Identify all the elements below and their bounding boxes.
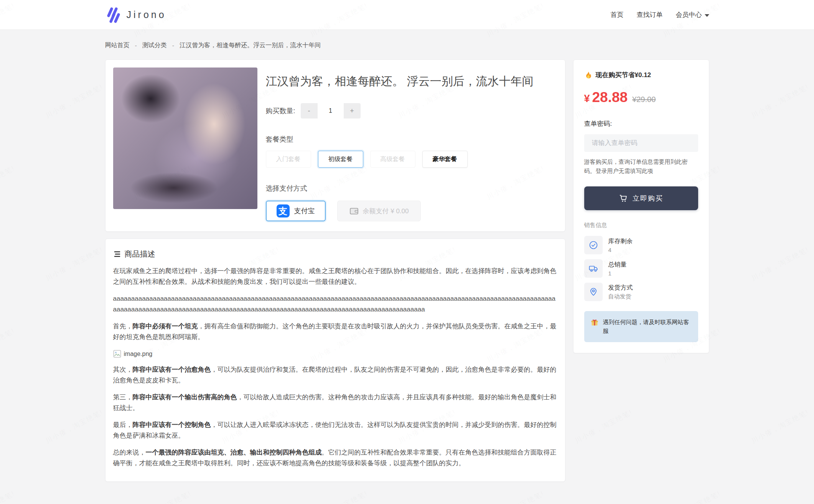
stat-delivery: 发货方式 自动发货 [584, 283, 698, 301]
check-circle-icon [584, 236, 603, 254]
order-password-note: 游客购买后，查询订单信息需要用到此密码。登录用户无需填写此项 [584, 157, 698, 176]
description-title: 商品描述 [125, 249, 155, 259]
price-original: ¥29.00 [632, 95, 656, 104]
sales-info-title: 销售信息 [584, 222, 698, 229]
nav-item-find-order[interactable]: 查找订单 [637, 10, 663, 19]
wallet-icon [349, 206, 359, 216]
product-image [113, 68, 257, 209]
package-option-advanced[interactable]: 高级套餐 [370, 151, 415, 168]
breadcrumb-home[interactable]: 网站首页 [105, 41, 130, 49]
brand-icon [105, 7, 122, 23]
description-paragraph: 最后，阵容中应该有一个控制角色，可以让敌人进入眩晕或冰冻状态，使他们无法攻击。这… [113, 420, 557, 441]
support-notice-text: 遇到任何问题，请及时联系网站客服 [603, 318, 692, 336]
nav-member-label: 会员中心 [676, 10, 702, 19]
nav-links: 首页 查找订单 会员中心 [611, 10, 709, 19]
order-password-input[interactable] [584, 134, 698, 152]
support-notice: 遇到任何问题，请及时联系网站客服 [584, 311, 698, 342]
stat-label: 总销量 [608, 261, 627, 269]
price-row: ¥ 28.88 ¥29.00 [584, 89, 698, 105]
quantity-label: 购买数量: [266, 106, 295, 115]
breadcrumb: 网站首页 - 测试分类 - 江汉曾为客，相逢每醉还。浮云一别后，流水十年间 [105, 30, 709, 49]
buy-now-label: 立即购买 [633, 194, 663, 203]
order-password-label: 查单密码: [584, 119, 698, 128]
chevron-down-icon [705, 14, 709, 17]
stat-value: 4 [608, 247, 633, 253]
description-icon [113, 250, 121, 258]
product-title: 江汉曾为客，相逢每醉还。 浮云一别后，流水十年间 [266, 74, 557, 89]
package-option-deluxe[interactable]: 豪华套餐 [422, 151, 468, 168]
breadcrumb-separator: - [135, 42, 137, 49]
gift-icon [590, 318, 599, 326]
quantity-minus-button[interactable]: - [301, 103, 318, 119]
payment-option-balance[interactable]: 余额支付 ¥ 0.00 [337, 201, 421, 221]
buy-now-button[interactable]: 立即购买 [584, 186, 698, 210]
package-type-label: 套餐类型 [266, 135, 557, 144]
description-body: 在玩家咸鱼之王的爬塔过程中，选择一个最强的阵容是非常重要的。咸鱼之王爬塔的核心在… [113, 266, 557, 468]
stat-value: 自动发货 [608, 293, 633, 300]
product-card: 江汉曾为客，相逢每醉还。 浮云一别后，流水十年间 购买数量: - + 套餐类型 … [105, 59, 565, 232]
stat-stock: 库存剩余 4 [584, 236, 698, 254]
balance-label: 余额支付 ¥ 0.00 [363, 207, 409, 216]
package-option-entry[interactable]: 入门套餐 [266, 151, 311, 168]
savings-text: 现在购买节省¥0.12 [596, 71, 651, 79]
stat-sales: 总销量 1 [584, 259, 698, 278]
description-card: 商品描述 在玩家咸鱼之王的爬塔过程中，选择一个最强的阵容是非常重要的。咸鱼之王爬… [105, 239, 565, 482]
package-options: 入门套餐 初级套餐 高级套餐 豪华套餐 [266, 151, 557, 168]
payment-option-alipay[interactable]: 支 支付宝 [266, 201, 326, 221]
nav-item-member-center[interactable]: 会员中心 [676, 10, 709, 19]
purchase-sidebar: 现在购买节省¥0.12 ¥ 28.88 ¥29.00 查单密码: 游客购买后，查… [573, 59, 709, 353]
quantity-plus-button[interactable]: + [344, 103, 361, 119]
description-paragraph: aaaaaaaaaaaaaaaaaaaaaaaaaaaaaaaaaaaaaaaa… [113, 293, 557, 315]
quantity-stepper: - + [301, 103, 361, 119]
nav-item-home[interactable]: 首页 [611, 10, 624, 19]
broken-image: image.png [113, 350, 557, 358]
map-pin-icon [584, 283, 603, 301]
brand-name: Jirono [127, 9, 166, 20]
truck-icon [584, 259, 603, 278]
price-currency: ¥ [584, 93, 590, 105]
breadcrumb-category[interactable]: 测试分类 [142, 41, 167, 49]
savings-banner: 现在购买节省¥0.12 [584, 71, 698, 79]
fire-icon [584, 71, 592, 79]
description-paragraph: 首先，阵容中必须有一个坦克，拥有高生命值和防御能力。这个角色的主要职责是在攻击时… [113, 321, 557, 342]
alipay-label: 支付宝 [294, 206, 315, 216]
description-paragraph: 第三，阵容中应该有一个输出伤害高的角色，可以给敌人造成巨大的伤害。这种角色的攻击… [113, 392, 557, 413]
top-navbar: Jirono 首页 查找订单 会员中心 [0, 0, 814, 30]
broken-image-icon [113, 350, 121, 358]
logo[interactable]: Jirono [105, 7, 166, 23]
payment-options: 支 支付宝 余额支付 ¥ 0.00 [266, 201, 557, 221]
stat-label: 发货方式 [608, 284, 633, 292]
sales-stats: 库存剩余 4 总销量 1 [584, 236, 698, 301]
description-paragraph: 其次，阵容中应该有一个治愈角色，可以为队友提供治疗和复活。在爬塔的过程中，队友之… [113, 364, 557, 385]
breadcrumb-separator: - [172, 42, 174, 49]
cart-icon [619, 194, 628, 203]
package-option-basic[interactable]: 初级套餐 [318, 151, 363, 168]
alipay-icon: 支 [277, 204, 290, 217]
quantity-value-input[interactable] [318, 103, 344, 119]
breadcrumb-current: 江汉曾为客，相逢每醉还。浮云一别后，流水十年间 [180, 41, 321, 49]
price-current: 28.88 [592, 89, 628, 105]
payment-method-label: 选择支付方式 [266, 184, 557, 193]
description-paragraph: 总的来说，一个最强的阵容应该由坦克、治愈、输出和控制四种角色组成。它们之间的互补… [113, 447, 557, 468]
description-paragraph: 在玩家咸鱼之王的爬塔过程中，选择一个最强的阵容是非常重要的。咸鱼之王爬塔的核心在… [113, 266, 557, 287]
main-content: 网站首页 - 测试分类 - 江汉曾为客，相逢每醉还。浮云一别后，流水十年间 江汉… [105, 30, 709, 482]
stat-label: 库存剩余 [608, 237, 633, 245]
stat-value: 1 [608, 270, 627, 277]
